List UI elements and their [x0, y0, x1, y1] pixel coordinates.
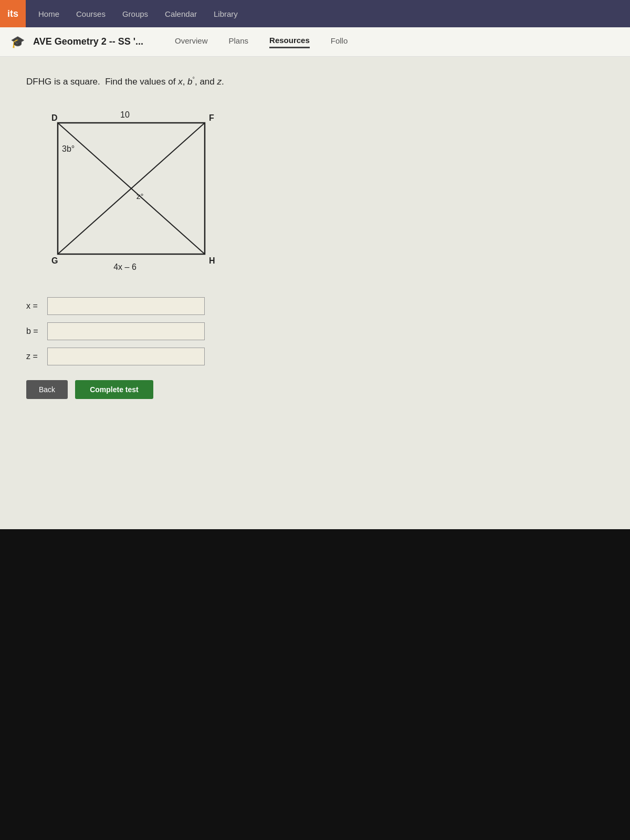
sub-nav-links: Overview Plans Resources Follo: [175, 36, 348, 48]
b-label: b =: [26, 327, 47, 336]
x-label: x =: [26, 301, 47, 311]
x-input-row: x =: [26, 297, 604, 315]
complete-test-button[interactable]: Complete test: [75, 380, 153, 399]
b-input-row: b =: [26, 322, 604, 340]
footer-dark: [0, 529, 630, 840]
problem-statement: DFHG is a square. Find the values of x, …: [26, 76, 604, 87]
top-nav-links: Home Courses Groups Calendar Library: [26, 9, 238, 18]
x-input[interactable]: [47, 297, 205, 315]
nav-library[interactable]: Library: [214, 9, 238, 18]
tab-resources[interactable]: Resources: [269, 36, 310, 48]
center-angle-label: z°: [136, 192, 144, 201]
nav-courses[interactable]: Courses: [76, 9, 106, 18]
sub-nav-logo-icon: 🎓: [10, 35, 25, 49]
z-label: z =: [26, 352, 47, 361]
vertex-f-label: F: [209, 113, 214, 122]
nav-home[interactable]: Home: [38, 9, 59, 18]
bottom-side-label: 4x – 6: [113, 262, 136, 271]
vertex-d-label: D: [51, 113, 58, 122]
course-title: AVE Geometry 2 -- SS '...: [33, 36, 143, 47]
top-nav: its Home Courses Groups Calendar Library: [0, 0, 630, 27]
z-input[interactable]: [47, 348, 205, 365]
figure-container: D F G H 10 3b° 4x – 6 z°: [26, 102, 604, 280]
nav-groups[interactable]: Groups: [122, 9, 148, 18]
left-side-label: 3b°: [62, 144, 75, 153]
b-input[interactable]: [47, 322, 205, 340]
sub-nav: 🎓 AVE Geometry 2 -- SS '... Overview Pla…: [0, 27, 630, 57]
top-side-label: 10: [120, 110, 130, 119]
z-input-row: z =: [26, 348, 604, 365]
nav-calendar[interactable]: Calendar: [165, 9, 197, 18]
button-row: Back Complete test: [26, 380, 604, 399]
vertex-h-label: H: [209, 256, 215, 265]
logo: its: [0, 0, 26, 27]
main-content: DFHG is a square. Find the values of x, …: [0, 57, 630, 529]
tab-plans[interactable]: Plans: [229, 36, 249, 47]
vertex-g-label: G: [51, 256, 58, 265]
back-button[interactable]: Back: [26, 380, 68, 399]
tab-follow[interactable]: Follo: [331, 36, 348, 47]
geometry-figure: D F G H 10 3b° 4x – 6 z°: [26, 102, 247, 280]
tab-overview[interactable]: Overview: [175, 36, 208, 47]
